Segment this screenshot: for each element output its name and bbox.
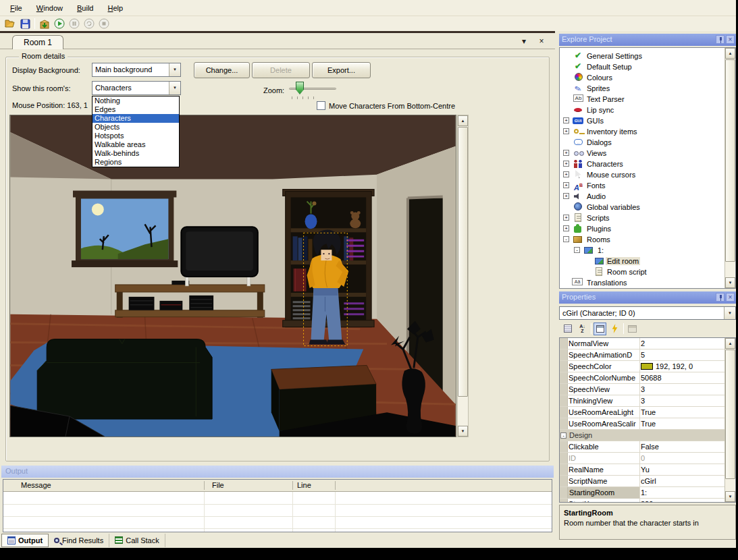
- categorized-icon[interactable]: [561, 323, 574, 335]
- menu-build[interactable]: Build: [71, 3, 99, 13]
- delete-button[interactable]: Delete: [252, 62, 310, 78]
- tree-vertical-scrollbar[interactable]: ▲ ▼: [724, 48, 735, 288]
- property-row[interactable]: SpeechView3: [560, 384, 735, 395]
- menu-window[interactable]: Window: [30, 3, 69, 13]
- property-row-partial[interactable]: StartX320: [560, 499, 735, 503]
- combo-arrow-icon[interactable]: ▼: [169, 82, 180, 94]
- scroll-down-icon[interactable]: ▼: [458, 426, 468, 437]
- dropdown-option-walk-behinds[interactable]: Walk-behinds: [93, 149, 179, 158]
- property-row[interactable]: ThinkingView3: [560, 395, 735, 407]
- properties-view-icon[interactable]: [594, 323, 606, 335]
- tab-find-results[interactable]: Find Results: [49, 534, 109, 547]
- canvas-scrollbar-thumb[interactable]: [458, 127, 468, 397]
- grid-scrollbar-thumb[interactable]: [725, 349, 735, 479]
- tree-item-room-1[interactable]: -1:: [560, 245, 735, 256]
- tab-list-dropdown-icon[interactable]: ▾: [519, 36, 529, 47]
- alphabetical-sort-icon[interactable]: A↓Z: [576, 323, 589, 335]
- tree-item-general-settings[interactable]: ✔General Settings: [560, 51, 735, 61]
- display-background-combobox[interactable]: Main background ▼: [92, 63, 181, 77]
- tree-scrollbar-thumb[interactable]: [725, 59, 735, 262]
- run-icon[interactable]: [52, 17, 67, 30]
- export-button[interactable]: Export...: [312, 62, 371, 78]
- property-row[interactable]: SpeechAnimationD5: [560, 349, 735, 361]
- grid-vertical-scrollbar[interactable]: ▲ ▼: [724, 338, 735, 502]
- expand-icon[interactable]: +: [563, 150, 569, 156]
- dropdown-option-characters[interactable]: Characters: [93, 114, 179, 123]
- tree-item-global-variables[interactable]: Global variables: [560, 202, 735, 213]
- object-selector-combobox[interactable]: cGirl (Character; ID 0) ▼: [559, 306, 736, 320]
- combo-arrow-icon[interactable]: ▼: [724, 307, 735, 319]
- column-line[interactable]: Line: [297, 481, 311, 489]
- dropdown-option-walkable-areas[interactable]: Walkable areas: [93, 140, 179, 149]
- tree-item-translations[interactable]: AäTranslations: [560, 277, 735, 288]
- property-row[interactable]: NormalView2: [560, 338, 735, 349]
- show-rooms-combobox[interactable]: Characters ▼: [92, 81, 181, 95]
- scroll-up-icon[interactable]: ▲: [458, 115, 468, 126]
- tab-close-icon[interactable]: ×: [536, 36, 547, 47]
- step-icon[interactable]: [82, 17, 97, 30]
- tree-item-mouse-cursors[interactable]: +Mouse cursors: [560, 169, 735, 180]
- property-row[interactable]: SpeechColorNumbe50688: [560, 372, 735, 384]
- expand-icon[interactable]: +: [563, 128, 569, 134]
- collapse-icon[interactable]: -: [560, 432, 566, 439]
- expand-icon[interactable]: +: [563, 182, 569, 188]
- tree-item-lip-sync[interactable]: Lip sync: [560, 105, 735, 115]
- change-button[interactable]: Change...: [194, 62, 250, 78]
- tree-item-plugins[interactable]: +Plugins: [560, 223, 735, 234]
- scroll-up-icon[interactable]: ▲: [725, 338, 735, 349]
- tree-item-rooms[interactable]: -Rooms: [560, 234, 735, 245]
- property-row-speechcolor[interactable]: SpeechColor192, 192, 0: [560, 361, 735, 372]
- pin-icon[interactable]: [716, 293, 724, 302]
- tree-item-dialogs[interactable]: ..Dialogs: [560, 137, 735, 148]
- expand-icon[interactable]: +: [563, 117, 569, 123]
- column-message[interactable]: Message: [21, 481, 51, 489]
- expand-icon[interactable]: +: [563, 161, 569, 167]
- tab-output[interactable]: Output: [1, 534, 49, 547]
- canvas-vertical-scrollbar[interactable]: ▲ ▼: [457, 115, 469, 437]
- tree-item-edit-room[interactable]: Edit room: [560, 256, 735, 267]
- close-icon[interactable]: ×: [726, 35, 735, 44]
- expand-icon[interactable]: +: [563, 193, 569, 199]
- pin-icon[interactable]: [716, 35, 724, 44]
- collapse-icon[interactable]: -: [574, 247, 580, 253]
- collapse-icon[interactable]: -: [563, 236, 569, 242]
- expand-icon[interactable]: +: [563, 171, 569, 177]
- open-file-icon[interactable]: [3, 17, 18, 30]
- property-pages-icon[interactable]: [626, 323, 639, 335]
- tree-item-guis[interactable]: +GUIGUIs: [560, 115, 735, 126]
- tree-item-characters[interactable]: +Characters: [560, 159, 735, 169]
- property-row[interactable]: UseRoomAreaLightTrue: [560, 407, 735, 418]
- property-row[interactable]: ScriptNamecGirl: [560, 476, 735, 487]
- expand-icon[interactable]: +: [563, 215, 569, 221]
- build-exe-icon[interactable]: [37, 17, 52, 30]
- tab-room-1[interactable]: Room 1: [12, 35, 63, 49]
- save-icon[interactable]: [18, 17, 32, 30]
- menu-file[interactable]: File: [4, 3, 28, 13]
- property-row-startingroom[interactable]: StartingRoom1:: [560, 487, 735, 499]
- property-category-design[interactable]: -Design: [560, 430, 735, 441]
- property-row[interactable]: RealNameYu: [560, 464, 735, 476]
- dropdown-option-edges[interactable]: Edges: [93, 105, 179, 114]
- tree-item-colours[interactable]: Colours: [560, 72, 735, 83]
- room-canvas[interactable]: [9, 115, 456, 437]
- scroll-up-icon[interactable]: ▲: [725, 48, 735, 59]
- move-characters-checkbox[interactable]: [317, 101, 325, 110]
- dropdown-option-nothing[interactable]: Nothing: [93, 96, 179, 105]
- tree-item-views[interactable]: +Views: [560, 148, 735, 159]
- tree-item-text-parser[interactable]: AbText Parser: [560, 94, 735, 105]
- scroll-down-icon[interactable]: ▼: [725, 491, 735, 502]
- dropdown-option-regions[interactable]: Regions: [93, 158, 179, 167]
- pause-icon[interactable]: [67, 17, 82, 30]
- menu-help[interactable]: Help: [102, 3, 130, 13]
- scroll-down-icon[interactable]: ▼: [725, 277, 735, 288]
- dropdown-option-objects[interactable]: Objects: [93, 123, 179, 132]
- tree-item-sprites[interactable]: ✎Sprites: [560, 83, 735, 94]
- close-icon[interactable]: ×: [726, 293, 735, 302]
- property-row[interactable]: UseRoomAreaScalirTrue: [560, 418, 735, 430]
- tab-call-stack[interactable]: Call Stack: [109, 534, 165, 547]
- tree-item-inventory-items[interactable]: +Inventory items: [560, 126, 735, 137]
- tree-item-default-setup[interactable]: ✔Default Setup: [560, 61, 735, 72]
- property-row[interactable]: ClickableFalse: [560, 441, 735, 453]
- events-icon[interactable]: [608, 323, 621, 335]
- dropdown-option-hotspots[interactable]: Hotspots: [93, 132, 179, 140]
